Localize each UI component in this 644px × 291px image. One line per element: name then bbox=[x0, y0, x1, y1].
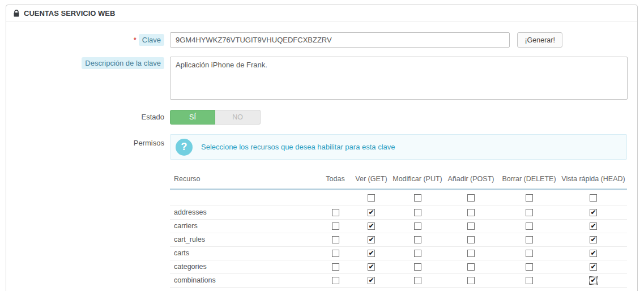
column-header-recurso: Recurso bbox=[170, 170, 319, 189]
delete-checkbox[interactable] bbox=[526, 236, 533, 243]
webservice-form: *Clave ¡Generar! Descripción de la clave… bbox=[6, 22, 637, 288]
key-label: Clave bbox=[139, 34, 164, 46]
post-checkbox[interactable] bbox=[467, 277, 475, 284]
post-checkbox[interactable] bbox=[467, 250, 475, 257]
column-header-post: Añadir (POST) bbox=[443, 170, 498, 189]
status-no-button[interactable]: NO bbox=[215, 110, 261, 125]
head-checkbox[interactable] bbox=[590, 222, 597, 230]
question-mark-icon: ? bbox=[176, 139, 193, 156]
todas-checkbox[interactable] bbox=[332, 263, 339, 271]
column-header-get: Ver (GET) bbox=[351, 170, 391, 189]
permissions-hint-text: Seleccione los recursos que desea habili… bbox=[201, 143, 395, 151]
post-checkbox[interactable] bbox=[467, 263, 475, 271]
delete-checkbox[interactable] bbox=[526, 250, 533, 257]
column-header-todas: Todas bbox=[319, 170, 351, 189]
column-header-head: Vista rápida (HEAD) bbox=[560, 170, 627, 189]
get-checkbox[interactable] bbox=[368, 209, 375, 216]
delete-checkbox[interactable] bbox=[526, 263, 533, 271]
select-all-row bbox=[170, 189, 627, 206]
select-all-head-checkbox[interactable] bbox=[590, 194, 597, 202]
todas-checkbox[interactable] bbox=[332, 236, 339, 243]
put-checkbox[interactable] bbox=[414, 263, 421, 271]
table-row-addresses: addresses bbox=[170, 206, 627, 219]
status-label: Estado bbox=[6, 110, 170, 125]
select-all-delete-checkbox[interactable] bbox=[526, 194, 533, 202]
table-row-cart-rules: cart_rules bbox=[170, 233, 627, 246]
table-row-combinations: combinations bbox=[170, 273, 627, 287]
post-checkbox[interactable] bbox=[467, 209, 475, 216]
get-checkbox[interactable] bbox=[368, 250, 375, 257]
lock-icon bbox=[13, 10, 20, 17]
description-row: Descripción de la clave Aplicación iPhon… bbox=[6, 57, 637, 102]
description-label-col: Descripción de la clave bbox=[6, 57, 170, 102]
select-all-post-checkbox[interactable] bbox=[467, 194, 475, 202]
resource-name: addresses bbox=[170, 206, 319, 219]
delete-checkbox[interactable] bbox=[526, 209, 533, 216]
select-all-get-checkbox[interactable] bbox=[368, 194, 375, 202]
permissions-label: Permisos bbox=[6, 134, 170, 160]
resource-name: cart_rules bbox=[170, 233, 319, 246]
resource-name: carts bbox=[170, 246, 319, 260]
head-checkbox[interactable] bbox=[590, 277, 597, 284]
post-checkbox[interactable] bbox=[467, 222, 475, 230]
todas-checkbox[interactable] bbox=[332, 277, 339, 284]
column-header-delete: Borrar (DELETE) bbox=[498, 170, 560, 189]
key-label-col: *Clave bbox=[6, 32, 170, 48]
get-checkbox[interactable] bbox=[368, 277, 375, 284]
head-checkbox[interactable] bbox=[590, 263, 597, 271]
put-checkbox[interactable] bbox=[414, 250, 421, 257]
select-all-put-checkbox[interactable] bbox=[414, 194, 421, 202]
description-label: Descripción de la clave bbox=[82, 57, 164, 69]
resource-name: categories bbox=[170, 260, 319, 273]
permissions-row: Permisos ? Seleccione los recursos que d… bbox=[6, 134, 637, 160]
resources-table: Recurso Todas Ver (GET) Modificar (PUT) … bbox=[170, 170, 627, 288]
todas-checkbox[interactable] bbox=[332, 222, 339, 230]
put-checkbox[interactable] bbox=[414, 236, 421, 243]
head-checkbox[interactable] bbox=[590, 250, 597, 257]
put-checkbox[interactable] bbox=[414, 277, 421, 284]
panel-title: CUENTAS SERVICIO WEB bbox=[24, 9, 115, 18]
status-yes-button[interactable]: SÍ bbox=[170, 110, 215, 125]
head-checkbox[interactable] bbox=[590, 236, 597, 243]
head-checkbox[interactable] bbox=[590, 209, 597, 216]
delete-checkbox[interactable] bbox=[526, 277, 533, 284]
post-checkbox[interactable] bbox=[467, 236, 475, 243]
table-row-carts: carts bbox=[170, 246, 627, 260]
table-header-row: Recurso Todas Ver (GET) Modificar (PUT) … bbox=[170, 170, 627, 189]
status-row: Estado SÍ NO bbox=[6, 110, 637, 125]
panel-heading: CUENTAS SERVICIO WEB bbox=[6, 5, 637, 22]
permissions-hint-box: ? Seleccione los recursos que desea habi… bbox=[170, 134, 627, 160]
resource-name: carriers bbox=[170, 219, 319, 233]
table-row-categories: categories bbox=[170, 260, 627, 273]
get-checkbox[interactable] bbox=[368, 263, 375, 271]
generate-button[interactable]: ¡Generar! bbox=[517, 32, 562, 48]
table-row-carriers: carriers bbox=[170, 219, 627, 233]
key-row: *Clave ¡Generar! bbox=[6, 32, 637, 48]
column-header-put: Modificar (PUT) bbox=[391, 170, 443, 189]
required-marker: * bbox=[134, 36, 137, 44]
put-checkbox[interactable] bbox=[414, 222, 421, 230]
put-checkbox[interactable] bbox=[414, 209, 421, 216]
status-toggle: SÍ NO bbox=[170, 110, 261, 125]
get-checkbox[interactable] bbox=[368, 236, 375, 243]
todas-checkbox[interactable] bbox=[332, 250, 339, 257]
get-checkbox[interactable] bbox=[368, 222, 375, 230]
description-textarea[interactable]: Aplicación iPhone de Frank. bbox=[170, 57, 628, 100]
delete-checkbox[interactable] bbox=[526, 222, 533, 230]
todas-checkbox[interactable] bbox=[332, 209, 339, 216]
resource-name: combinations bbox=[170, 273, 319, 287]
webservice-accounts-panel: CUENTAS SERVICIO WEB *Clave ¡Generar! De… bbox=[6, 5, 638, 291]
key-input[interactable] bbox=[170, 32, 510, 48]
